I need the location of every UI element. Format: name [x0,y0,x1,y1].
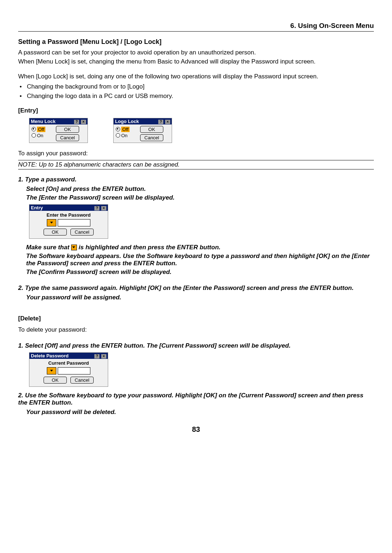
cancel-button[interactable]: Cancel [140,134,163,141]
dialog-titlebar: Logo Lock ? × [114,118,172,124]
after-entry-l2: The Software keyboard appears. Use the S… [26,253,374,267]
dialog-titlebar: Entry ? × [29,205,108,211]
ok-button[interactable]: OK [140,126,163,133]
radio-icon [116,133,120,138]
cancel-button[interactable]: Cancel [70,377,94,384]
delete-heading: [Delete] [18,315,374,322]
radio-icon [32,133,36,138]
delete-step1: 1. Select [Off] and press the ENTER butt… [18,342,374,349]
menu-lock-dialog: Menu Lock ? × Off On [29,118,88,143]
bullet-list: Changing the background from or to [Logo… [18,83,374,100]
delete-step2-l2: Your password will be deleted. [26,409,374,416]
delete-text: To delete your password: [18,326,374,334]
dialog-title: Menu Lock [31,119,56,124]
dialog-titlebar: Delete Password ? × [29,353,108,359]
assign-text: To assign your password: [18,149,374,158]
help-icon[interactable]: ? [74,120,79,124]
help-icon[interactable]: ? [94,354,99,359]
delete-label: Current Password [32,360,105,366]
after-entry-l1: Make sure that is highlighted and then p… [26,244,374,251]
ok-button[interactable]: OK [44,377,67,384]
text-frag: Make sure that [26,244,71,251]
titlebar-icons: ? × [94,205,106,210]
dialog-title: Delete Password [31,353,69,359]
step1-l1: Select [On] and press the ENTER button. [26,185,374,193]
intro-p3: When [Logo Lock] is set, doing any one o… [18,73,374,81]
radio-on-label: On [121,133,127,138]
dropdown-icon [71,245,77,250]
radio-on-label: On [37,133,43,138]
titlebar-icons: ? × [74,119,86,124]
titlebar-icons: ? × [94,353,106,359]
titlebar-icons: ? × [158,119,170,124]
cancel-button[interactable]: Cancel [56,134,79,141]
dialog-title: Logo Lock [115,119,139,124]
note-line: NOTE: Up to 15 alphanumeric characters c… [18,160,374,169]
entry-dialog: Entry ? × Enter the Password OK Cancel [29,204,108,239]
dropdown-icon[interactable] [47,219,56,226]
password-input[interactable] [58,367,90,374]
password-input[interactable] [58,219,90,226]
help-icon[interactable]: ? [158,120,163,124]
delete-password-dialog: Delete Password ? × Current Password OK … [29,352,108,387]
page-number: 83 [18,425,374,434]
step2-l2: Your password will be assigned. [26,294,374,301]
radio-off-label: Off [121,127,130,132]
radio-icon [116,127,120,131]
step2-l1: 2. Type the same password again. Highlig… [18,284,374,292]
radio-on[interactable]: On [32,133,50,138]
radio-on[interactable]: On [116,133,134,138]
bullet-item: Changing the background from or to [Logo… [19,83,374,90]
delete-step2-l1: 2. Use the Software keyboard to type you… [18,392,374,406]
ok-button[interactable]: OK [56,126,79,133]
dialog-titlebar: Menu Lock ? × [29,118,87,124]
text-frag: is highlighted and then press the ENTER … [79,244,221,251]
radio-off[interactable]: Off [32,127,50,132]
section-header: 6. Using On-Screen Menu [18,22,374,32]
entry-heading: [Entry] [18,107,374,114]
cancel-button[interactable]: Cancel [70,229,94,235]
after-entry-l3: The [Confirm Password] screen will be di… [26,269,374,276]
entry-label: Enter the Password [32,212,105,218]
step1-num: 1. Type a password. [18,176,374,183]
close-icon[interactable]: × [81,120,86,124]
step1-l2: The [Enter the Password] screen will be … [26,194,374,201]
intro-p2: When [Menu Lock] is set, changing the me… [18,58,374,66]
dialog-title: Entry [31,205,43,210]
radio-off[interactable]: Off [116,127,134,132]
help-icon[interactable]: ? [94,206,99,210]
radio-icon [32,127,36,131]
ok-button[interactable]: OK [44,229,67,235]
close-icon[interactable]: × [101,206,106,210]
bullet-item: Changing the logo data in a PC card or U… [19,93,374,100]
close-icon[interactable]: × [101,354,106,359]
close-icon[interactable]: × [165,120,170,124]
radio-off-label: Off [37,127,45,132]
subtitle: Setting a Password [Menu Lock] / [Logo L… [18,38,374,46]
intro-p1: A password can be set for your projector… [18,49,374,57]
logo-lock-dialog: Logo Lock ? × Off On [113,118,172,143]
dropdown-icon[interactable] [47,367,56,374]
